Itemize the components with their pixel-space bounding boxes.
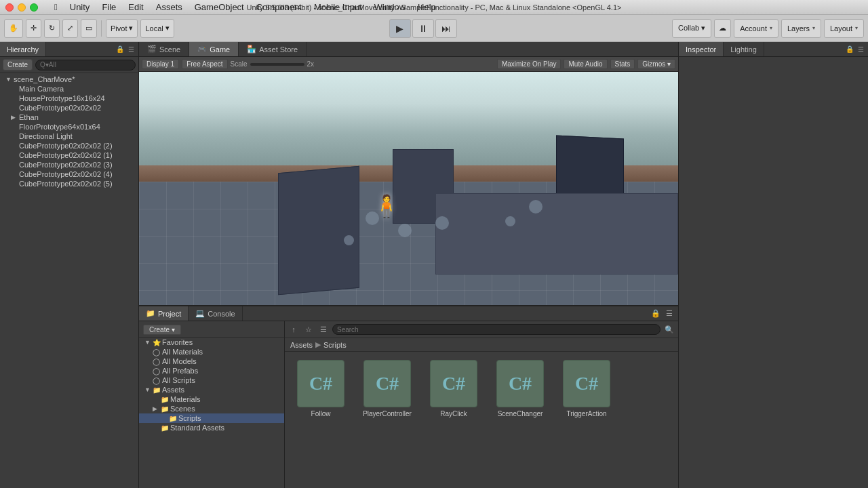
list-item[interactable]: ◯ All Materials (139, 347, 284, 357)
scale-slider[interactable] (250, 63, 304, 66)
minimize-button[interactable] (18, 3, 26, 12)
script-rayclick[interactable]: C# RayClick (423, 357, 484, 420)
play-button[interactable]: ▶ (389, 19, 411, 38)
scene-tab[interactable]: 🎬 Scene (139, 42, 189, 56)
edit-menu[interactable]: Edit (123, 0, 149, 14)
all-materials-icon: ◯ (153, 348, 162, 356)
assets-search-input[interactable] (332, 324, 660, 335)
layout-dropdown[interactable]: Layout ▾ (824, 19, 864, 38)
aspect-btn[interactable]: Free Aspect (182, 59, 227, 69)
asset-store-tab[interactable]: 🏪 Asset Store (239, 42, 307, 56)
scale-tool-btn[interactable]: ⤢ (62, 19, 78, 38)
unity-menu[interactable]: Unity (64, 0, 96, 14)
list-item[interactable]: CubePrototype02x02x02 (4) (0, 169, 138, 179)
bottom-lock-btn[interactable]: 🔒 (650, 308, 662, 320)
script-follow[interactable]: C# Follow (290, 357, 351, 420)
display-btn[interactable]: Display 1 (142, 59, 179, 69)
assets-favorite-btn[interactable]: ☆ (302, 323, 315, 336)
project-create-btn[interactable]: Create ▾ (143, 325, 181, 335)
bottom-menu-btn[interactable]: ☰ (663, 308, 675, 320)
favorites-group[interactable]: ▼ ⭐ Favorites (139, 338, 284, 347)
lighting-tab[interactable]: Lighting (724, 42, 764, 56)
layers-dropdown[interactable]: Layers ▾ (781, 19, 821, 38)
account-dropdown[interactable]: Account ▾ (734, 19, 778, 38)
script-triggeraction-icon: C# (563, 360, 610, 407)
local-btn[interactable]: Local ▾ (140, 19, 174, 38)
rect-tool-btn[interactable]: ▭ (81, 19, 97, 38)
collab-button[interactable]: Collab ▾ (672, 19, 711, 38)
pause-button[interactable]: ⏸ (412, 19, 434, 38)
stats-btn[interactable]: Stats (610, 59, 635, 69)
hierarchy-root[interactable]: ▼ scene_CharMove* (0, 75, 138, 84)
game-tab[interactable]: 🎮 Game (189, 42, 239, 56)
hierarchy-tab-label: Hierarchy (7, 45, 39, 54)
move-tool-btn[interactable]: ✛ (26, 19, 41, 38)
mute-btn[interactable]: Mute Audio (564, 59, 607, 69)
game-viewport[interactable]: 🧍 (139, 72, 678, 305)
list-item[interactable]: Main Camera (0, 84, 138, 94)
list-item[interactable]: ◯ All Models (139, 357, 284, 366)
list-item[interactable]: CubePrototype02x02x02 (5) (0, 179, 138, 188)
item-label: Ethan (19, 113, 138, 121)
hand-tool-btn[interactable]: ✋ (4, 19, 23, 38)
file-menu[interactable]: File (96, 0, 121, 14)
breadcrumb-assets[interactable]: Assets (290, 341, 313, 349)
apple-menu[interactable]:  (49, 0, 63, 14)
inspector-menu-btn[interactable]: ☰ (856, 45, 865, 54)
script-scenechanger[interactable]: C# SceneChanger (490, 357, 551, 420)
list-item[interactable]: CubePrototype02x02x02 (3) (0, 160, 138, 169)
list-item[interactable]: CubePrototype02x02x02 (0, 103, 138, 113)
step-button[interactable]: ⏭ (435, 19, 457, 38)
script-playercontroller[interactable]: C# PlayerController (357, 357, 418, 420)
pivot-label: Pivot (111, 24, 127, 33)
list-item[interactable]: ▶ Ethan (0, 113, 138, 122)
assets-menu[interactable]: Assets (151, 0, 188, 14)
rotate-tool-btn[interactable]: ↻ (44, 19, 60, 38)
all-scripts-icon: ◯ (153, 377, 162, 384)
script-triggeraction-label: TriggerAction (566, 410, 606, 418)
hierarchy-menu-btn[interactable]: ☰ (126, 45, 136, 54)
list-item[interactable]: ◯ All Scripts (139, 375, 284, 385)
inspector-lock-btn[interactable]: 🔒 (845, 45, 854, 54)
close-button[interactable] (5, 3, 14, 12)
list-item[interactable]: 📁 Materials (139, 394, 284, 404)
breadcrumb-sep-1: ▶ (315, 340, 321, 349)
script-triggeraction[interactable]: C# TriggerAction (556, 357, 617, 420)
lighting-tab-label: Lighting (730, 45, 757, 54)
list-item[interactable]: ◯ All Prefabs (139, 366, 284, 375)
scripts-folder-item[interactable]: 📁 Scripts (139, 413, 284, 423)
game-canvas: 🧍 (139, 72, 678, 305)
assets-group[interactable]: ▼ 📁 Assets (139, 385, 284, 394)
maximize-btn[interactable]: Maximize On Play (497, 59, 561, 69)
gameobject-menu[interactable]: GameObject (189, 0, 250, 14)
gizmos-btn[interactable]: Gizmos ▾ (637, 59, 675, 69)
item-label: HousePrototype16x16x24 (19, 94, 138, 102)
project-tab[interactable]: 📁 Project (139, 306, 189, 321)
assets-options-btn[interactable]: ☰ (317, 323, 330, 336)
list-item[interactable]: CubePrototype02x02x02 (1) (0, 150, 138, 160)
list-item[interactable]: Directional Light (0, 131, 138, 141)
item-label: FloorPrototype64x01x64 (19, 123, 138, 131)
list-item[interactable]: HousePrototype16x16x24 (0, 94, 138, 103)
hierarchy-tab[interactable]: Hierarchy (0, 42, 46, 56)
account-label: Account (740, 24, 767, 33)
pivot-btn[interactable]: Pivot ▾ (106, 19, 138, 38)
hierarchy-create-btn[interactable]: Create (3, 59, 33, 70)
maximize-button[interactable] (30, 3, 38, 12)
pivot-arrow: ▾ (129, 24, 133, 33)
favorites-arrow: ▼ (144, 339, 153, 346)
layers-arrow: ▾ (812, 25, 815, 31)
hierarchy-search-input[interactable] (35, 60, 136, 70)
hierarchy-lock-btn[interactable]: 🔒 (115, 45, 125, 54)
breadcrumb-scripts[interactable]: Scripts (323, 341, 347, 349)
assets-search-icon[interactable]: 🔍 (663, 323, 675, 336)
inspector-tab[interactable]: Inspector (679, 42, 724, 56)
list-item[interactable]: 📁 Standard Assets (139, 423, 284, 432)
assets-upload-btn[interactable]: ↑ (288, 323, 300, 336)
console-tab[interactable]: 💻 Console (189, 306, 242, 321)
list-item[interactable]: FloorPrototype64x01x64 (0, 122, 138, 131)
list-item[interactable]: ▶ 📁 Scenes (139, 404, 284, 413)
list-item[interactable]: CubePrototype02x02x02 (2) (0, 141, 138, 150)
item-label: CubePrototype02x02x02 (2) (19, 142, 138, 150)
cloud-button[interactable]: ☁ (714, 19, 731, 38)
